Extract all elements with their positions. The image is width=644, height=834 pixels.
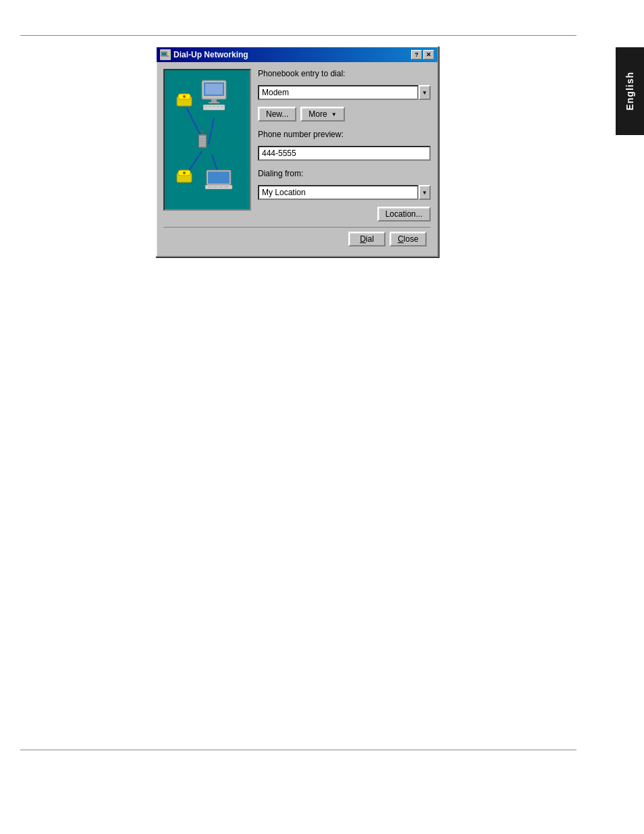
location-row: Location... [258,207,431,221]
title-bar: Dial-Up Networking ? ✕ [157,47,437,62]
dialog-title: Dial-Up Networking [173,50,248,59]
dialog-content: Phonebook entry to dial: Modem ▼ New... … [163,69,431,221]
dialing-from-dropdown-arrow[interactable]: ▼ [419,185,431,200]
close-dialog-button[interactable]: Close [390,232,427,246]
svg-rect-39 [224,186,228,188]
dial-button[interactable]: Dial [348,232,385,246]
svg-rect-38 [219,186,223,188]
new-button[interactable]: New... [258,107,296,122]
dialing-from-value: My Location [262,188,306,197]
svg-rect-2 [167,55,169,57]
help-button[interactable]: ? [411,50,422,59]
phone-preview-input[interactable] [258,146,431,161]
dialing-from-dropdown-row: My Location ▼ [258,185,431,200]
svg-rect-13 [213,106,215,107]
svg-rect-36 [208,186,212,188]
title-bar-buttons: ? ✕ [411,50,434,59]
phonebook-label: Phonebook entry to dial: [258,69,431,78]
dial-up-networking-dialog: Dial-Up Networking ? ✕ [155,46,439,257]
phonebook-dropdown-row: Modem ▼ [258,85,431,100]
new-more-buttons-row: New... More ▼ [258,107,431,122]
svg-rect-15 [221,106,223,107]
svg-point-3 [167,54,169,55]
svg-rect-9 [209,102,219,103]
phonebook-dropdown-arrow[interactable]: ▼ [419,85,431,100]
right-panel: Phonebook entry to dial: Modem ▼ New... … [258,69,431,221]
svg-rect-8 [211,99,217,102]
dialog-icon [160,49,171,60]
phone-preview-label: Phone number preview: [258,130,431,139]
svg-rect-37 [213,186,217,188]
more-label: More [308,109,327,119]
svg-rect-7 [205,84,223,95]
dialog-body: Phonebook entry to dial: Modem ▼ New... … [157,62,437,256]
svg-point-18 [183,95,186,98]
close-label: Close [398,234,419,244]
network-illustration-panel [163,69,251,211]
more-button[interactable]: More ▼ [300,107,344,122]
dialing-from-label: Dialing from: [258,169,431,178]
dialing-from-dropdown[interactable]: My Location [258,185,419,200]
bottom-buttons-row: Dial Close [163,227,431,249]
english-tab: English [616,47,644,135]
location-button[interactable]: Location... [377,207,431,221]
svg-rect-12 [209,106,211,107]
title-bar-left: Dial-Up Networking [160,49,248,60]
english-tab-label: English [624,72,635,111]
close-title-button[interactable]: ✕ [423,50,434,59]
svg-rect-34 [208,172,230,184]
svg-rect-14 [217,106,219,107]
phonebook-value: Modem [262,88,289,97]
dial-label: Dial [360,234,374,244]
svg-point-32 [183,172,186,174]
top-horizontal-rule [20,35,576,36]
bottom-horizontal-rule [20,750,576,750]
phonebook-dropdown[interactable]: Modem [258,85,419,100]
more-dropdown-arrow: ▼ [331,111,337,118]
svg-rect-11 [205,106,207,107]
svg-rect-1 [162,53,166,55]
